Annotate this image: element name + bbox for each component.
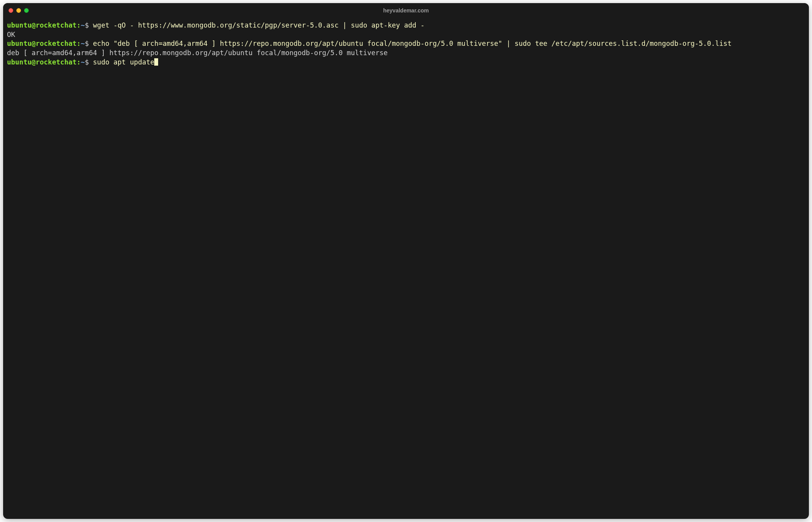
prompt-separator: :: [77, 21, 81, 29]
command-line-active: sudo apt update: [93, 58, 154, 66]
prompt-path: ~: [81, 40, 85, 47]
prompt-symbol: $: [85, 40, 89, 47]
command-line: echo "deb [ arch=amd64,arm64 ] https://r…: [93, 40, 732, 47]
prompt-separator: :: [77, 40, 81, 47]
prompt-path: ~: [81, 58, 85, 66]
prompt-symbol: $: [85, 58, 89, 66]
window-title: heyvaldemar.com: [383, 7, 429, 14]
prompt-user-host: ubuntu@rocketchat: [7, 40, 77, 47]
output-line: OK: [7, 31, 15, 38]
minimize-button[interactable]: [16, 8, 21, 13]
terminal-body[interactable]: ubuntu@rocketchat:~$ wget -qO - https://…: [3, 18, 809, 519]
prompt-separator: :: [77, 58, 81, 66]
output-line: deb [ arch=amd64,arm64 ] https://repo.mo…: [7, 49, 388, 57]
traffic-lights: [3, 8, 29, 13]
prompt-symbol: $: [85, 21, 89, 29]
command-line: wget -qO - https://www.mongodb.org/stati…: [93, 21, 424, 29]
prompt-user-host: ubuntu@rocketchat: [7, 21, 77, 29]
maximize-button[interactable]: [24, 8, 29, 13]
terminal-window: heyvaldemar.com ubuntu@rocketchat:~$ wge…: [3, 3, 809, 519]
titlebar[interactable]: heyvaldemar.com: [3, 3, 809, 18]
prompt-user-host: ubuntu@rocketchat: [7, 58, 77, 66]
close-button[interactable]: [9, 8, 13, 13]
cursor: [154, 58, 158, 66]
prompt-path: ~: [81, 21, 85, 29]
